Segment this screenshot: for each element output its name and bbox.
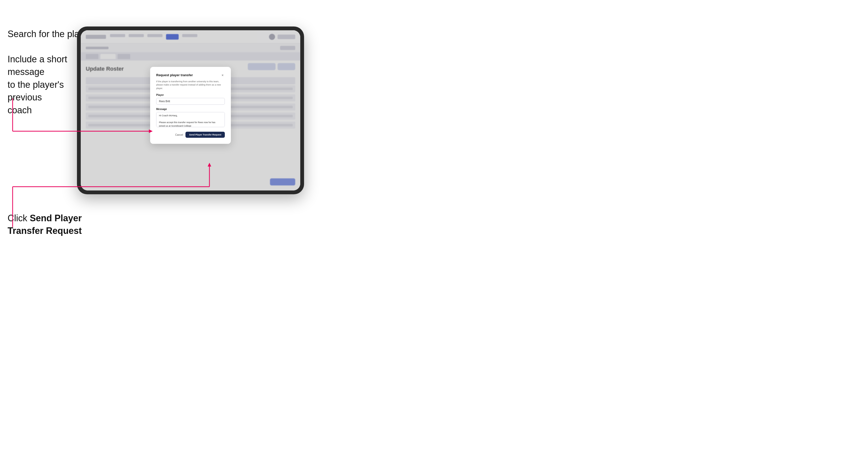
modal-close-button[interactable]: × [220, 73, 225, 77]
tablet-screen: Update Roster Request player transfer [81, 30, 300, 190]
send-player-transfer-request-button[interactable]: Send Player Transfer Request [185, 132, 225, 138]
modal-description: If the player is transferring from anoth… [156, 80, 225, 90]
modal-title: Request player transfer [156, 73, 193, 77]
annotation-message: Include a short messageto the player's p… [7, 53, 88, 117]
cancel-button[interactable]: Cancel [175, 133, 183, 136]
request-player-transfer-modal: Request player transfer × If the player … [150, 67, 231, 144]
player-label: Player [156, 94, 225, 96]
tablet-frame: Update Roster Request player transfer [77, 27, 304, 194]
modal-overlay: Request player transfer × If the player … [81, 30, 300, 190]
player-input[interactable] [156, 98, 225, 105]
annotation-click: Click Send PlayerTransfer Request [7, 212, 88, 238]
annotation-click-bold: Send PlayerTransfer Request [7, 213, 82, 236]
modal-actions: Cancel Send Player Transfer Request [156, 132, 225, 138]
message-label: Message [156, 108, 225, 111]
message-textarea[interactable]: Hi Coach McHarg, Please accept this tran… [156, 112, 225, 127]
modal-header: Request player transfer × [156, 73, 225, 77]
